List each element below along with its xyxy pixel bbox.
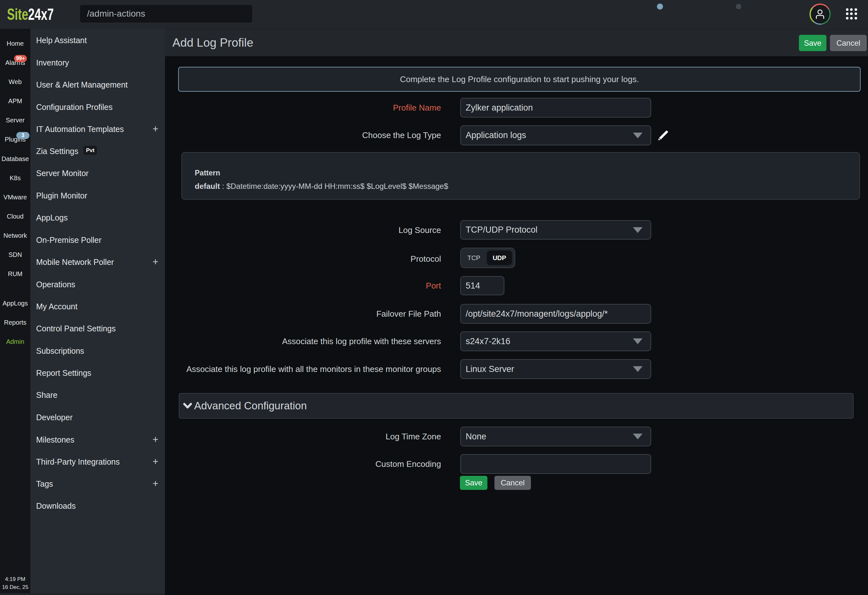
avatar[interactable] — [809, 3, 831, 25]
protocol-toggle: TCP UDP — [460, 247, 515, 268]
clock-time: 4:19 PM — [0, 575, 30, 583]
form-save-button[interactable]: Save — [460, 476, 487, 490]
plus-icon[interactable]: + — [152, 456, 161, 467]
failover-label: Failover File Path — [165, 309, 441, 319]
submenu-item-third-party-integrations[interactable]: Third-Party Integrations+ — [36, 456, 161, 467]
submenu-item-operations[interactable]: Operations — [36, 280, 161, 289]
notification-dot-icon[interactable] — [657, 3, 663, 10]
chevron-down-icon — [633, 339, 642, 344]
encoding-input[interactable] — [460, 454, 651, 474]
submenu-item-server-monitor[interactable]: Server Monitor — [36, 169, 161, 178]
plus-icon[interactable]: + — [152, 256, 161, 268]
port-input[interactable]: 514 — [460, 276, 504, 295]
rail-item-database[interactable]: Database — [0, 155, 30, 163]
page: Site 24x7 /admin-actions Home Alarms 99+… — [0, 0, 868, 595]
submenu-item-help-assistant[interactable]: Help Assistant — [36, 36, 161, 45]
submenu-item-it-automation-templates[interactable]: IT Automation Templates+ — [36, 123, 161, 135]
clock-date: 16 Dec, 25 — [0, 583, 30, 591]
info-banner: Complete the Log Profile configuration t… — [178, 67, 861, 92]
submenu-item-report-settings[interactable]: Report Settings — [36, 368, 161, 378]
chevron-down-icon — [633, 434, 642, 439]
submenu-item-tags[interactable]: Tags+ — [36, 478, 161, 489]
form-cancel-button[interactable]: Cancel — [495, 476, 531, 490]
plus-icon[interactable]: + — [152, 478, 161, 489]
profile-name-input[interactable]: Zylker application — [460, 98, 651, 118]
pattern-line: default : $Datetime:date:yyyy-MM-dd HH:m… — [195, 180, 859, 193]
submenu-item-on-premise-poller[interactable]: On-Premise Poller — [36, 236, 161, 245]
submenu-item-downloads[interactable]: Downloads — [36, 501, 161, 511]
page-title: Add Log Profile — [173, 36, 253, 50]
submenu-item-milestones[interactable]: Milestones+ — [36, 434, 161, 445]
protocol-label: Protocol — [165, 254, 441, 264]
rail-item-applogs[interactable]: AppLogs — [0, 300, 30, 307]
edit-pencil-icon[interactable] — [657, 129, 670, 142]
save-button[interactable]: Save — [799, 35, 827, 51]
log-type-select[interactable]: Application logs — [460, 125, 651, 146]
bottom-scrollbar-track — [0, 593, 165, 595]
submenu-item-my-account[interactable]: My Account — [36, 302, 161, 311]
timezone-label: Log Time Zone — [165, 432, 441, 442]
log-source-label: Log Source — [165, 225, 441, 235]
user-icon — [813, 8, 827, 21]
submenu-item-zia-settings[interactable]: Zia SettingsPvt — [36, 147, 161, 156]
pattern-title: Pattern — [195, 166, 859, 180]
plugins-badge: 3 — [16, 132, 30, 139]
submenu-item-subscriptions[interactable]: Subscriptions — [36, 346, 161, 356]
submenu-item-mobile-network-poller[interactable]: Mobile Network Poller+ — [36, 256, 161, 268]
search-input[interactable]: /admin-actions — [80, 4, 252, 23]
submenu-item-control-panel-settings[interactable]: Control Panel Settings — [36, 324, 161, 333]
advanced-configuration-title: Advanced Configuration — [194, 400, 307, 412]
submenu-item-configuration-profiles[interactable]: Configuration Profiles — [36, 103, 161, 112]
rail-item-network[interactable]: Network — [0, 232, 30, 239]
cancel-button[interactable]: Cancel — [830, 35, 867, 51]
logo-site: Site — [7, 5, 28, 24]
advanced-configuration-toggle[interactable]: Advanced Configuration — [179, 393, 853, 418]
submenu-item-user-alert-management[interactable]: User & Alert Management — [36, 80, 161, 90]
avatar-inner — [811, 5, 830, 24]
topbar: Site 24x7 /admin-actions — [0, 0, 868, 29]
pattern-box: Pattern default : $Datetime:date:yyyy-MM… — [182, 152, 860, 200]
failover-input[interactable]: /opt/site24x7/monagent/logs/applog/* — [460, 304, 651, 324]
rail-item-home[interactable]: Home — [0, 40, 30, 47]
chevron-down-icon — [183, 403, 192, 409]
monitor-groups-select[interactable]: Linux Server — [460, 359, 651, 379]
rail-item-apm[interactable]: APM — [0, 97, 30, 105]
submenu-item-inventory[interactable]: Inventory — [36, 58, 161, 68]
monitor-groups-label: Associate this log profile with all the … — [165, 364, 441, 374]
rail-item-vmware[interactable]: VMware — [0, 194, 30, 201]
submenu-item-share[interactable]: Share — [36, 390, 161, 400]
plus-icon[interactable]: + — [152, 123, 161, 135]
plus-icon[interactable]: + — [152, 434, 161, 445]
protocol-option-udp[interactable]: UDP — [487, 250, 512, 265]
submenu-item-plugin-monitor[interactable]: Plugin Monitor — [36, 191, 161, 200]
submenu-item-developer[interactable]: Developer — [36, 413, 161, 422]
log-source-select[interactable]: TCP/UDP Protocol — [460, 220, 651, 240]
rail-item-server[interactable]: Server — [0, 116, 30, 124]
profile-name-label: Profile Name — [165, 103, 441, 113]
rail-item-rum[interactable]: RUM — [0, 270, 30, 278]
protocol-option-tcp[interactable]: TCP — [461, 254, 487, 262]
rail-item-web[interactable]: Web — [0, 78, 30, 85]
chevron-down-icon — [633, 133, 642, 138]
rail-item-reports[interactable]: Reports — [0, 319, 30, 326]
admin-submenu: Help Assistant Inventory User & Alert Ma… — [30, 29, 165, 595]
site24x7-logo[interactable]: Site 24x7 — [7, 0, 54, 29]
logo-24x7: 24x7 — [28, 5, 54, 24]
form-content: Complete the Log Profile configuration t… — [165, 56, 868, 595]
rail-item-cloud[interactable]: Cloud — [0, 213, 30, 220]
search-value: /admin-actions — [80, 9, 145, 19]
rail-item-sdn[interactable]: SDN — [0, 251, 30, 259]
clock: 4:19 PM 16 Dec, 25 — [0, 575, 30, 591]
rail-item-k8s[interactable]: K8s — [0, 174, 30, 182]
sphere-dot-icon[interactable] — [736, 4, 741, 9]
submenu-item-applogs[interactable]: AppLogs — [36, 213, 161, 222]
timezone-select[interactable]: None — [460, 427, 651, 446]
rail-item-admin[interactable]: Admin — [0, 338, 30, 345]
alarms-badge: 99+ — [14, 55, 27, 62]
encoding-label: Custom Encoding — [165, 459, 441, 469]
main: Add Log Profile Save Cancel Complete the… — [165, 29, 868, 595]
left-rail: Home Alarms 99+ Web APM Server Plugins 3… — [0, 29, 30, 595]
chevron-down-icon — [633, 366, 642, 372]
servers-select[interactable]: s24x7-2k16 — [460, 331, 651, 351]
apps-grid-icon[interactable] — [846, 8, 858, 20]
